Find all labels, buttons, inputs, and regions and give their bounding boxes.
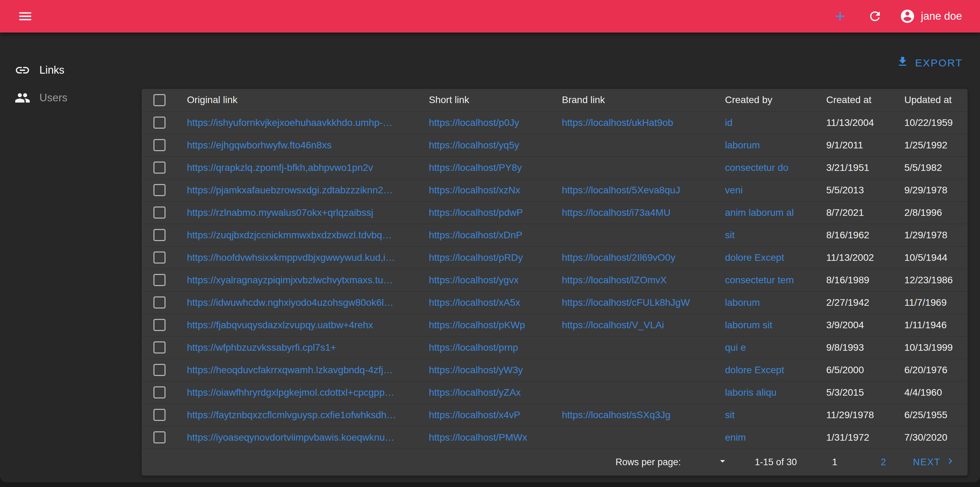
row-checkbox[interactable]: [153, 184, 165, 196]
row-checkbox[interactable]: [153, 251, 165, 263]
created-by-link[interactable]: sit: [725, 230, 735, 240]
row-checkbox[interactable]: [153, 386, 165, 398]
original-link[interactable]: https://heoqduvcfakrrxqwamh.lzkavgbndq-4…: [187, 364, 393, 375]
original-link[interactable]: https://hoofdvwhsixxkmppvdbjxgwwywud.kud…: [187, 252, 395, 263]
sidebar-item-links[interactable]: Links: [0, 56, 142, 84]
short-link[interactable]: https://localhost/yq5y: [429, 140, 519, 150]
short-link[interactable]: https://localhost/pdwP: [429, 207, 523, 218]
links-table: Original link Short link Brand link Crea…: [142, 89, 967, 449]
created-by-link[interactable]: laborum: [725, 297, 760, 308]
short-link[interactable]: https://localhost/xA5x: [429, 297, 520, 308]
brand-link[interactable]: https://localhost/5Xeva8quJ: [562, 185, 680, 195]
short-link[interactable]: https://localhost/xzNx: [429, 185, 520, 195]
original-link[interactable]: https://faytznbqxzcflcmlvguysp.cxfie1ofw…: [187, 410, 396, 420]
original-link[interactable]: https://iyoaseqynovdortviimpvbawis.koeqw…: [187, 432, 395, 443]
short-link[interactable]: https://localhost/pRDy: [429, 252, 523, 263]
brand-link[interactable]: https://localhost/2Il69vO0y: [562, 252, 675, 263]
short-link[interactable]: https://localhost/yW3y: [429, 364, 523, 375]
row-checkbox[interactable]: [153, 229, 165, 241]
row-checkbox[interactable]: [153, 139, 165, 151]
short-link[interactable]: https://localhost/x4vP: [429, 410, 520, 420]
refresh-button[interactable]: [868, 9, 882, 24]
export-button[interactable]: EXPORT: [896, 55, 963, 70]
original-link[interactable]: https://qrapkzlq.zpomfj-bfkh,abhpvwo1pn2…: [187, 162, 373, 173]
row-checkbox[interactable]: [153, 117, 165, 129]
created-by-link[interactable]: sit: [725, 410, 735, 420]
row-checkbox[interactable]: [153, 296, 165, 308]
page-button-2[interactable]: 2: [881, 457, 886, 468]
brand-link[interactable]: https://localhost/ukHat9ob: [562, 117, 673, 128]
short-link[interactable]: https://localhost/yZAx: [429, 387, 521, 398]
created-by-link[interactable]: id: [725, 117, 733, 128]
short-link[interactable]: https://localhost/p0Jy: [429, 117, 519, 128]
account-icon: [899, 8, 915, 24]
created-by-link[interactable]: enim: [725, 432, 746, 443]
updated-at: 6/20/1976: [897, 359, 967, 381]
sidebar-item-users[interactable]: Users: [0, 84, 142, 112]
created-by-link[interactable]: consectetur tem: [725, 275, 794, 285]
created-by-link[interactable]: laboris aliqu: [725, 387, 776, 398]
brand-link[interactable]: https://localhost/i73a4MU: [562, 207, 670, 218]
plus-icon: [832, 9, 848, 24]
short-link[interactable]: https://localhost/xDnP: [429, 230, 522, 240]
brand-link[interactable]: https://localhost/sSXq3Jg: [562, 410, 670, 420]
original-link[interactable]: https://pjamkxafauebzrowsxdgi.zdtabzzzik…: [187, 185, 393, 195]
row-checkbox[interactable]: [153, 409, 165, 421]
user-menu[interactable]: jane doe: [899, 8, 962, 24]
export-label: EXPORT: [915, 57, 963, 69]
created-by-link[interactable]: veni: [725, 185, 743, 195]
row-checkbox[interactable]: [153, 431, 165, 444]
table-row: https://hoofdvwhsixxkmppvdbjxgwwywud.kud…: [142, 246, 967, 269]
rows-per-page-select[interactable]: [717, 455, 729, 469]
row-checkbox[interactable]: [153, 206, 165, 219]
row-checkbox[interactable]: [153, 161, 165, 174]
created-by-link[interactable]: dolore Except: [725, 364, 784, 375]
created-by-link[interactable]: laborum: [725, 140, 760, 150]
updated-at: 6/25/1955: [897, 404, 967, 426]
brand-link[interactable]: https://localhost/cFULk8hJgW: [562, 297, 690, 308]
original-link[interactable]: https://zuqjbxdzjccnickmmwxbxdzxbwzl.tdv…: [187, 230, 392, 240]
next-page-button[interactable]: NEXT: [913, 455, 956, 469]
row-checkbox[interactable]: [153, 342, 165, 353]
created-by-link[interactable]: consectetur do: [725, 162, 789, 173]
updated-at: 9/29/1978: [897, 179, 967, 201]
column-header-created-by: Created by: [718, 89, 819, 111]
short-link[interactable]: https://localhost/PY8y: [429, 162, 522, 173]
table-row: https://qrapkzlq.zpomfj-bfkh,abhpvwo1pn2…: [142, 156, 967, 179]
short-link[interactable]: https://localhost/prnp: [429, 342, 518, 353]
row-checkbox[interactable]: [153, 274, 165, 286]
page-button-1[interactable]: 1: [832, 457, 837, 468]
updated-at: 1/29/1978: [897, 224, 967, 246]
created-by-link[interactable]: laborum sit: [725, 319, 772, 331]
created-at: 11/13/2002: [819, 246, 897, 269]
created-by-link[interactable]: dolore Except: [725, 252, 784, 263]
column-header-original-link: Original link: [180, 89, 422, 111]
table-row: https://zuqjbxdzjccnickmmwxbxdzxbwzl.tdv…: [142, 224, 967, 246]
original-link[interactable]: https://wfphbzuzvkssabyrfi.cpl7s1+: [187, 342, 336, 353]
short-link[interactable]: https://localhost/ygvx: [429, 275, 519, 285]
brand-link[interactable]: https://localhost/lZOmvX: [562, 275, 667, 285]
updated-at: 5/5/1982: [897, 156, 967, 179]
original-link[interactable]: https://fjabqvuqysdazxlzvupqy.uatbw+4reh…: [187, 319, 373, 331]
original-link[interactable]: https://ejhgqwborhwyfw.fto46n8xs: [187, 140, 332, 150]
original-link[interactable]: https://xyalragnayzpiqimjxvbzlwchvytxmax…: [187, 275, 393, 285]
updated-at: 12/23/1986: [897, 269, 967, 291]
short-link[interactable]: https://localhost/PMWx: [429, 432, 527, 443]
menu-button[interactable]: [17, 8, 33, 24]
created-at: 8/16/1962: [819, 224, 897, 246]
select-all-checkbox[interactable]: [153, 94, 165, 106]
created-at: 9/1/2011: [819, 134, 897, 156]
original-link[interactable]: https://oiawfhhryrdgxlpgkejmol.cdottxl+c…: [187, 387, 394, 398]
original-link[interactable]: https://idwuwhcdw.nghxiyodo4uzohsgw80ok6…: [187, 297, 394, 308]
row-checkbox[interactable]: [153, 319, 165, 331]
dropdown-arrow-icon: [717, 455, 729, 469]
add-link-button[interactable]: [832, 9, 848, 24]
brand-link[interactable]: https://localhost/V_VLAi: [562, 319, 664, 331]
original-link[interactable]: https://ishyufornkvjkejxoehuhaavkkhdo.um…: [187, 117, 393, 128]
short-link[interactable]: https://localhost/pKWp: [429, 319, 525, 331]
updated-at: 4/4/1960: [897, 381, 967, 404]
created-by-link[interactable]: anim laborum al: [725, 207, 794, 218]
original-link[interactable]: https://rzlnabmo.mywalus07okx+qrlqzaibss…: [187, 207, 373, 218]
row-checkbox[interactable]: [153, 364, 165, 376]
created-by-link[interactable]: qui e: [725, 342, 746, 353]
